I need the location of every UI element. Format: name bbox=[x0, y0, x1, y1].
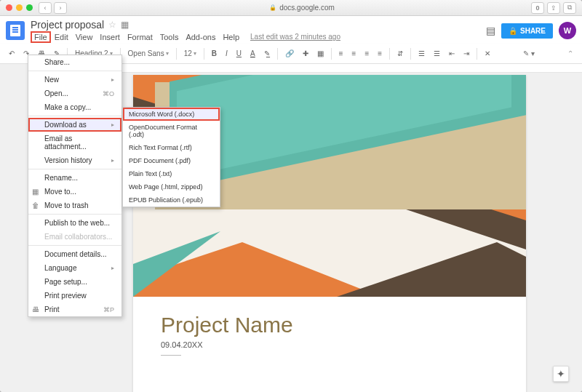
docs-header: Project proposal ☆ ▦ File Edit View Inse… bbox=[0, 16, 582, 44]
underline-button[interactable]: U bbox=[234, 48, 244, 59]
title-area: Project proposal ☆ ▦ File Edit View Inse… bbox=[31, 19, 486, 43]
numbered-list-icon[interactable]: ☰ bbox=[415, 48, 428, 59]
menu-email-collab: Email collaborators... bbox=[28, 230, 121, 244]
menu-view[interactable]: View bbox=[72, 32, 97, 42]
menu-download-as[interactable]: Download as▸ bbox=[28, 118, 121, 132]
folder-icon: ▦ bbox=[32, 188, 39, 196]
ruler[interactable] bbox=[120, 64, 582, 73]
forward-button[interactable]: › bbox=[54, 2, 67, 14]
submenu-txt[interactable]: Plain Text (.txt) bbox=[123, 167, 220, 180]
menu-insert[interactable]: Insert bbox=[96, 32, 124, 42]
submenu-docx[interactable]: Microsoft Word (.docx) bbox=[123, 108, 220, 121]
back-button[interactable]: ‹ bbox=[39, 2, 52, 14]
separator bbox=[28, 169, 121, 169]
browser-toolbar: ‹ › 🔒 docs.google.com 0 ⇪ ⧉ bbox=[0, 0, 582, 16]
editing-mode-button[interactable]: ✎ ▾ bbox=[520, 48, 538, 59]
align-center-icon[interactable]: ≡ bbox=[349, 48, 359, 59]
separator bbox=[176, 48, 177, 60]
document-title[interactable]: Project proposal bbox=[31, 19, 104, 31]
comment-add-icon[interactable]: ✚ bbox=[300, 48, 311, 59]
share-browser-icon[interactable]: ⇪ bbox=[547, 2, 560, 14]
user-avatar[interactable]: W bbox=[559, 22, 576, 39]
menu-file[interactable]: File bbox=[31, 31, 51, 43]
collapse-toolbar-icon[interactable]: ⌃ bbox=[565, 48, 576, 59]
link-icon[interactable]: 🔗 bbox=[282, 48, 297, 59]
menu-page-setup[interactable]: Page setup... bbox=[28, 275, 121, 289]
nav-arrows: ‹ › bbox=[39, 2, 67, 14]
menu-move-trash[interactable]: 🗑Move to trash bbox=[28, 199, 121, 212]
menu-edit[interactable]: Edit bbox=[51, 32, 72, 42]
star-icon[interactable]: ☆ bbox=[108, 20, 116, 30]
font-dropdown[interactable]: Open Sans bbox=[125, 48, 172, 59]
italic-button[interactable]: I bbox=[223, 48, 231, 59]
share-label: SHARE bbox=[520, 27, 546, 35]
image-icon[interactable]: ▦ bbox=[314, 48, 327, 59]
menu-print[interactable]: 🖶Print⌘P bbox=[28, 303, 121, 316]
menu-print-preview[interactable]: Print preview bbox=[28, 289, 121, 303]
menu-make-copy[interactable]: Make a copy... bbox=[28, 100, 121, 114]
menu-tools[interactable]: Tools bbox=[156, 32, 183, 42]
explore-fab-button[interactable]: ✦ bbox=[553, 366, 569, 382]
menu-publish[interactable]: Publish to the web... bbox=[28, 216, 121, 230]
close-window-icon[interactable] bbox=[6, 4, 12, 11]
folder-icon[interactable]: ▦ bbox=[121, 20, 129, 30]
menu-move-to[interactable]: ▦Move to... bbox=[28, 185, 121, 199]
separator bbox=[389, 48, 390, 60]
menu-open[interactable]: Open...⌘O bbox=[28, 87, 121, 100]
align-right-icon[interactable]: ≡ bbox=[362, 48, 372, 59]
share-button[interactable]: 🔒 SHARE bbox=[501, 23, 553, 39]
lock-icon: 🔒 bbox=[269, 4, 276, 11]
minimize-window-icon[interactable] bbox=[16, 4, 23, 11]
separator bbox=[28, 116, 121, 116]
menu-addons[interactable]: Add-ons bbox=[182, 32, 219, 42]
maximize-window-icon[interactable] bbox=[26, 4, 33, 11]
comments-icon[interactable]: ▤ bbox=[486, 25, 495, 36]
text-color-button[interactable]: A bbox=[247, 48, 258, 59]
project-title-heading[interactable]: Project Name bbox=[161, 313, 526, 337]
separator bbox=[477, 48, 477, 60]
align-left-icon[interactable]: ≡ bbox=[336, 48, 346, 59]
browser-actions: 0 ⇪ ⧉ bbox=[531, 2, 576, 14]
highlight-button[interactable]: ✎̲ bbox=[261, 48, 273, 59]
menu-help[interactable]: Help bbox=[219, 32, 243, 42]
submenu-pdf[interactable]: PDF Document (.pdf) bbox=[123, 154, 220, 167]
clear-format-icon[interactable]: ✕ bbox=[482, 48, 493, 59]
header-actions: ▤ 🔒 SHARE W bbox=[486, 22, 576, 39]
menu-format[interactable]: Format bbox=[124, 32, 156, 42]
separator bbox=[410, 48, 411, 60]
separator bbox=[28, 71, 121, 71]
submenu-html[interactable]: Web Page (.html, zipped) bbox=[123, 180, 220, 193]
tabs-icon[interactable]: ⧉ bbox=[563, 2, 576, 14]
menu-language[interactable]: Language▸ bbox=[28, 261, 121, 275]
docs-logo-icon[interactable] bbox=[6, 21, 25, 40]
outdent-icon[interactable]: ⇤ bbox=[446, 48, 458, 59]
menu-version-history[interactable]: Version history▸ bbox=[28, 153, 121, 167]
undo-button[interactable]: ↶ bbox=[6, 48, 17, 59]
project-date-text[interactable]: 09.04.20XX bbox=[161, 340, 526, 349]
separator bbox=[28, 245, 121, 246]
bold-button[interactable]: B bbox=[209, 48, 220, 59]
reader-button[interactable]: 0 bbox=[531, 2, 544, 14]
submenu-rtf[interactable]: Rich Text Format (.rtf) bbox=[123, 141, 220, 154]
menu-rename[interactable]: Rename... bbox=[28, 171, 121, 185]
url-text: docs.google.com bbox=[279, 4, 335, 12]
trash-icon: 🗑 bbox=[32, 201, 39, 209]
submenu-epub[interactable]: EPUB Publication (.epub) bbox=[123, 193, 220, 207]
separator bbox=[277, 48, 278, 60]
submenu-odt[interactable]: OpenDocument Format (.odt) bbox=[123, 121, 220, 141]
indent-icon[interactable]: ⇥ bbox=[461, 48, 472, 59]
menu-new[interactable]: New▸ bbox=[28, 73, 121, 87]
menu-email-attachment[interactable]: Email as attachment... bbox=[28, 132, 121, 153]
bullet-list-icon[interactable]: ☰ bbox=[431, 48, 443, 59]
align-justify-icon[interactable]: ≡ bbox=[375, 48, 385, 59]
last-edit-link[interactable]: Last edit was 2 minutes ago bbox=[250, 33, 340, 41]
lock-share-icon: 🔒 bbox=[509, 27, 517, 35]
address-bar[interactable]: 🔒 docs.google.com bbox=[73, 4, 531, 12]
font-size-dropdown[interactable]: 12 bbox=[181, 48, 199, 59]
line-spacing-icon[interactable]: ⇵ bbox=[394, 48, 406, 59]
print-icon: 🖶 bbox=[32, 305, 39, 313]
menu-doc-details[interactable]: Document details... bbox=[28, 247, 121, 261]
menu-share[interactable]: Share... bbox=[28, 55, 121, 69]
separator bbox=[204, 48, 204, 60]
separator bbox=[331, 48, 332, 60]
